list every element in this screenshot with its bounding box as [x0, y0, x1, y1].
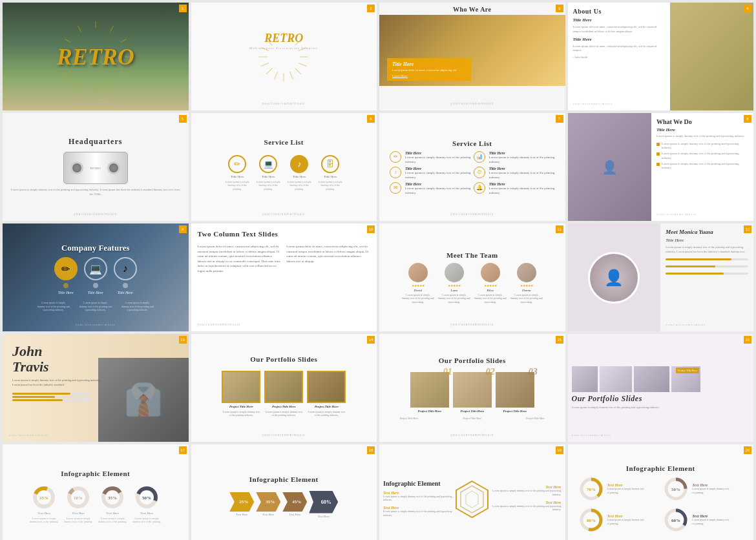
svg-text:25%: 25% — [39, 495, 48, 501]
svg-line-1 — [110, 26, 113, 32]
what-bullet-text-2: Lorem ipsum is simply dummy text of the … — [662, 152, 748, 160]
team-role-2: Lorem ipsum is simply dummy text of the … — [438, 293, 470, 304]
portfolio-img-2 — [264, 371, 303, 403]
features-title: Company Features — [61, 243, 130, 253]
service-label-2: Title Here — [262, 175, 275, 178]
svg-line-18 — [295, 68, 301, 74]
about-author: - John Smith — [573, 56, 665, 59]
monica-content: Meet Monica Yuasa Title Here Lorem ipsum… — [660, 223, 753, 331]
svg-text:50%: 50% — [142, 495, 151, 501]
portfolio-item-3: Project Title Here Lorem ipsum is simply… — [307, 371, 346, 417]
service-footer-6: your/username/music — [262, 212, 306, 216]
service-label-3: Title Here — [293, 175, 306, 178]
svg-marker-42 — [466, 491, 478, 508]
infographic-4-content-1: Text Here Lorem ipsum is simply dummy te… — [607, 483, 646, 493]
slide-number-10: 10 — [367, 225, 375, 233]
arrow-shape-2: 35% — [256, 492, 280, 512]
portfolio-title-14: Our Portfolio Slides — [250, 355, 317, 363]
team-avatar-1 — [408, 263, 428, 282]
slide-18: 18 Infographic Element 25% Text Here 35%… — [191, 444, 377, 540]
hex-item-desc-2: Lorem ipsum is simply dummy text of the … — [383, 510, 454, 517]
hex-item-1: Text Here Lorem ipsum is simply dummy te… — [383, 491, 454, 502]
feature-2: 💻 Title Here — [84, 257, 107, 295]
john-bar-2 — [12, 396, 90, 398]
slide-14: 14 Our Portfolio Slides Project Title He… — [191, 334, 377, 442]
feature-descs: Lorem ipsum is simply dummy text of the … — [37, 301, 154, 312]
svg-line-21 — [275, 72, 278, 79]
monica-bar-3 — [666, 273, 748, 275]
feature-3: ♪ Title Here — [114, 257, 137, 295]
arrow-text-1: Text Here — [236, 513, 247, 516]
slide-7: 7 Service List ✏ Title Here Lorem ipsum … — [379, 113, 565, 221]
bullet-icon-1 — [656, 143, 660, 146]
overlay-text: Lorem ipsum dolor sit amet, consectetur … — [392, 68, 466, 72]
slide-number-17: 17 — [179, 446, 187, 454]
team-stars-3: ★★★★★ — [484, 284, 497, 287]
arrow-text-4: Text Here — [318, 515, 330, 518]
feature-icon-1: ✏ — [54, 257, 78, 280]
portfolio-footer-label-2: Project Title Here — [453, 417, 492, 420]
portfolio-items-15: 01 Project Title Here 02 Project Title H… — [410, 372, 534, 413]
slide-number-16: 16 — [744, 336, 751, 344]
arrow-label-4: 60% — [321, 499, 331, 505]
team-avatar-3 — [481, 263, 500, 282]
slide-number-12: 12 — [744, 225, 751, 233]
slide-12: 12 👤 Meet Monica Yuasa Title Here Lorem … — [568, 223, 754, 331]
feature-dot-2 — [93, 283, 98, 288]
cassette: RETRO — [63, 152, 128, 184]
feature-desc-1: Lorem ipsum is simply dummy text of the … — [37, 301, 70, 312]
two-col-title: Two Column Text Slides — [198, 230, 278, 238]
service-row-2: 📊 Title Here Lorem ipsum is simply dummy… — [474, 151, 555, 164]
bullet-icon-2 — [656, 152, 660, 156]
overlay-button[interactable]: Learn More — [392, 74, 466, 78]
what-photo: 👤 — [568, 113, 651, 221]
john-person-icon: 👔 — [124, 382, 163, 418]
sr-text-6: Lorem ipsum is simply dummy text of the … — [489, 186, 555, 195]
slide-number-14: 14 — [367, 336, 375, 344]
portfolio-footer-14: your/username/music — [262, 433, 306, 437]
product-badge: Product Title Here — [676, 368, 699, 373]
john-fill-2 — [12, 396, 55, 398]
service-desc-1: Lorem ipsum is simply dummy text of the … — [224, 180, 250, 191]
about-footer: your/username/music — [573, 102, 665, 105]
slide-number-2: 2 — [367, 5, 375, 12]
arrow-label-3: 45% — [292, 499, 301, 504]
portfolio-label-1: Project Title Here — [229, 405, 253, 408]
service-row-content-5: Title Here Lorem ipsum is simply dummy t… — [405, 182, 471, 195]
hex-item-desc-4: Lorem ipsum is simply dummy text of the … — [490, 504, 561, 512]
slide-15: 15 Our Portfolio Slides 01 Project Title… — [379, 334, 565, 442]
portfolio-num-1: 01 — [443, 367, 452, 377]
svg-line-19 — [290, 72, 293, 79]
service-row-content-1: Title Here Lorem ipsum is simply dummy t… — [405, 151, 471, 164]
semicircle-svg-2: 50% — [663, 476, 689, 502]
donut-desc-4: Lorem ipsum is simply dummy text of the … — [132, 517, 162, 523]
svg-marker-41 — [461, 486, 483, 513]
infographic-4-content-4: Text Here Lorem ipsum is simply dummy te… — [692, 514, 731, 524]
arrow-shape-1: 25% — [229, 492, 254, 512]
service-circle-4: 🗄 — [321, 155, 339, 173]
monica-avatar: 👤 — [588, 252, 640, 304]
slide-13: 13 John Travis Lorem ipsum is simply dum… — [3, 334, 189, 442]
portfolio-num-label-2: Project Title Here — [460, 410, 484, 413]
monica-subtitle: Title Here — [666, 238, 748, 243]
col-1: Lorem ipsum dolor sit amet, consectetur … — [198, 244, 282, 273]
svg-line-7 — [78, 81, 81, 87]
svg-line-22 — [266, 68, 272, 74]
slide-grid: 1 RETRO your/username/music 2 — [0, 0, 756, 540]
feature-icon-3: ♪ — [114, 257, 137, 280]
team-role-3: Lorem ipsum is simply dummy text of the … — [474, 293, 507, 304]
svg-line-11 — [78, 26, 81, 32]
slide-1: 1 RETRO your/username/music — [3, 3, 189, 110]
service-circle-1: ✏ — [228, 155, 246, 173]
svg-text:35%: 35% — [108, 495, 117, 501]
service-row-4: ⏱ Title Here Lorem ipsum is simply dummy… — [474, 167, 555, 180]
team-title: Meet The Team — [446, 251, 498, 259]
slide-11: 11 Meet The Team ★★★★★ David Lorem ipsum… — [379, 223, 565, 331]
service-row-1: ✏ Title Here Lorem ipsum is simply dummy… — [390, 151, 471, 164]
slide-3-title: Who We Are — [453, 3, 492, 15]
donut-svg-2: 10% — [66, 485, 90, 510]
hex-item-desc-3: Lorem ipsum is simply dummy text of the … — [490, 489, 561, 496]
donut-svg-4: 50% — [134, 485, 159, 510]
feature-dot-1 — [63, 283, 68, 288]
service-label-1: Title Here — [231, 175, 244, 178]
